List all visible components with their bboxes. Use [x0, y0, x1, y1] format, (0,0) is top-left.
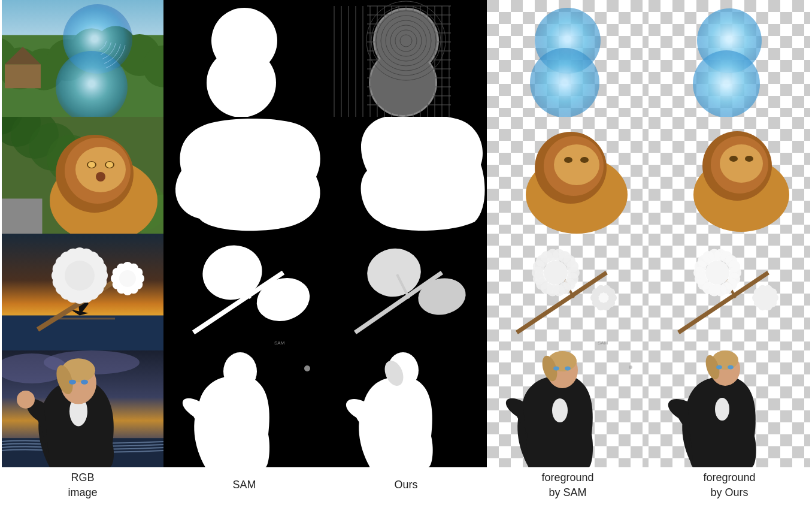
label-fg-sam-line2: by SAM [549, 485, 586, 500]
row1-col4-sam-fg [487, 0, 649, 117]
row1-col2-sam-mask [163, 0, 325, 117]
row1-col1-rgb [2, 0, 163, 117]
row4-col5-ours-fg [649, 350, 810, 467]
main-grid: RGB image SAM Ours foreground by SAM for… [0, 0, 812, 503]
label-fg-sam: foreground by SAM [487, 467, 649, 503]
row4-col2-sam-mask [163, 350, 325, 467]
label-ours: Ours [325, 467, 487, 503]
row1-col3-ours-mask [325, 0, 487, 117]
row2-col2-sam-mask [163, 117, 325, 234]
label-fg-ours-line1: foreground [703, 470, 755, 485]
label-sam: SAM [163, 467, 325, 503]
label-sam-text: SAM [232, 477, 256, 492]
row4-col4-sam-fg [487, 350, 649, 467]
label-rgb-line2: image [68, 485, 97, 500]
label-rgb: RGB image [2, 467, 163, 503]
label-rgb-line1: RGB [71, 470, 94, 485]
row3-col1-rgb [2, 234, 163, 350]
row1-col5-ours-fg [649, 0, 810, 117]
label-ours-text: Ours [394, 477, 417, 492]
label-fg-sam-line1: foreground [541, 470, 593, 485]
row4-col1-rgb [2, 350, 163, 467]
row3-col2-sam-mask [163, 234, 325, 350]
row3-col4-sam-fg [487, 234, 649, 350]
row4-col3-ours-mask [325, 350, 487, 467]
row2-col5-ours-fg [649, 117, 810, 234]
label-fg-ours: foreground by Ours [649, 467, 810, 503]
row2-col3-ours-mask [325, 117, 487, 234]
row3-col5-ours-fg [649, 234, 810, 350]
row2-col1-rgb [2, 117, 163, 234]
row3-col3-ours-mask [325, 234, 487, 350]
row2-col4-sam-fg [487, 117, 649, 234]
label-fg-ours-line2: by Ours [710, 485, 748, 500]
